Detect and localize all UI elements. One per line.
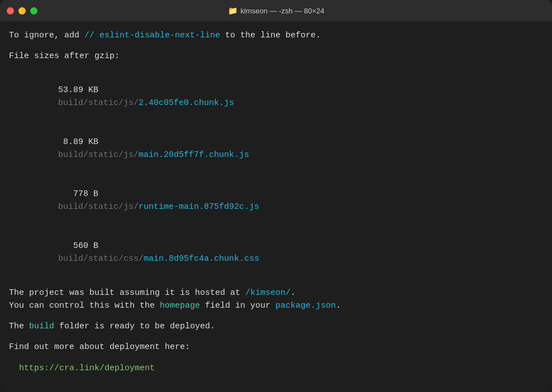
text-segment: .: [336, 301, 341, 310]
text-segment: File sizes after gzip:: [9, 51, 120, 61]
file-size-line: 53.89 KB build/static/js/2.40c05fe0.chun…: [9, 71, 543, 123]
terminal-line: The build folder is ready to be deployed…: [9, 320, 543, 333]
terminal-line: Find out more about deployment here:: [9, 341, 543, 353]
maximize-button[interactable]: [30, 7, 37, 15]
terminal-line: The project was built assuming it is hos…: [9, 286, 543, 299]
terminal-line: To ignore, add // eslint-disable-next-li…: [9, 29, 543, 42]
spacer: [9, 333, 543, 341]
spacer: [9, 279, 543, 286]
spacer: [9, 63, 543, 71]
terminal-line: You can control this with the homepage f…: [9, 299, 543, 312]
text-segment: to the line before.: [220, 31, 321, 40]
folder-icon: 📁: [228, 6, 237, 15]
file-path-cyan: runtime-main.875fd92c.js: [139, 202, 259, 212]
terminal-line: https://cra.link/deployment: [9, 362, 543, 375]
spacer: [9, 375, 543, 383]
file-size-line: 560 B build/static/css/main.8d95fc4a.chu…: [9, 227, 543, 279]
text-segment: To ignore, add: [9, 31, 84, 40]
terminal-line: File sizes after gzip:: [9, 50, 543, 63]
file-size: 53.89 KB: [48, 85, 98, 95]
text-segment: field in your: [200, 301, 275, 310]
eslint-comment: // eslint-disable-next-line: [84, 31, 220, 40]
file-path-gray: build/static/js/: [48, 150, 139, 160]
file-size: 8.89 KB: [48, 137, 98, 147]
title-bar-text: 📁 kimseon — -zsh — 80×24: [228, 6, 325, 15]
homepage-field: homepage: [160, 301, 200, 310]
text-segment: Find out more about deployment here:: [9, 342, 190, 352]
spacer: [9, 42, 543, 50]
file-size-line: 778 B build/static/js/runtime-main.875fd…: [9, 175, 543, 227]
text-segment: .: [291, 288, 296, 298]
close-button[interactable]: [7, 7, 14, 15]
title-bar: 📁 kimseon — -zsh — 80×24: [0, 0, 552, 21]
spacer: [9, 383, 543, 390]
text-segment: folder is ready to be deployed.: [54, 322, 215, 331]
file-path-gray: build/static/js/: [48, 98, 139, 108]
text-segment: The: [9, 322, 29, 331]
spacer: [9, 312, 543, 320]
file-path-cyan: main.8d95fc4a.chunk.css: [144, 254, 259, 264]
window-title: kimseon — -zsh — 80×24: [241, 7, 325, 15]
file-path-gray: build/static/js/: [48, 202, 139, 212]
package-json: package.json: [275, 301, 336, 310]
minimize-button[interactable]: [18, 7, 26, 15]
file-size: 778 B: [48, 189, 98, 199]
terminal-window: 📁 kimseon — -zsh — 80×24 To ignore, add …: [0, 0, 552, 392]
file-path-cyan: main.20d5ff7f.chunk.js: [139, 150, 249, 160]
file-path-cyan: 2.40c05fe0.chunk.js: [139, 98, 234, 108]
text-segment: The project was built assuming it is hos…: [9, 288, 245, 298]
build-word: build: [29, 322, 54, 331]
traffic-lights: [7, 7, 37, 15]
file-path-gray: build/static/css/: [48, 254, 144, 264]
deployment-url[interactable]: https://cra.link/deployment: [9, 364, 155, 373]
spacer: [9, 354, 543, 362]
terminal-content[interactable]: To ignore, add // eslint-disable-next-li…: [0, 21, 552, 392]
hosted-path: /kimseon/: [245, 288, 291, 298]
file-size: 560 B: [48, 241, 98, 251]
text-segment: You can control this with the: [9, 301, 160, 310]
file-size-line: 8.89 KB build/static/js/main.20d5ff7f.ch…: [9, 123, 543, 175]
